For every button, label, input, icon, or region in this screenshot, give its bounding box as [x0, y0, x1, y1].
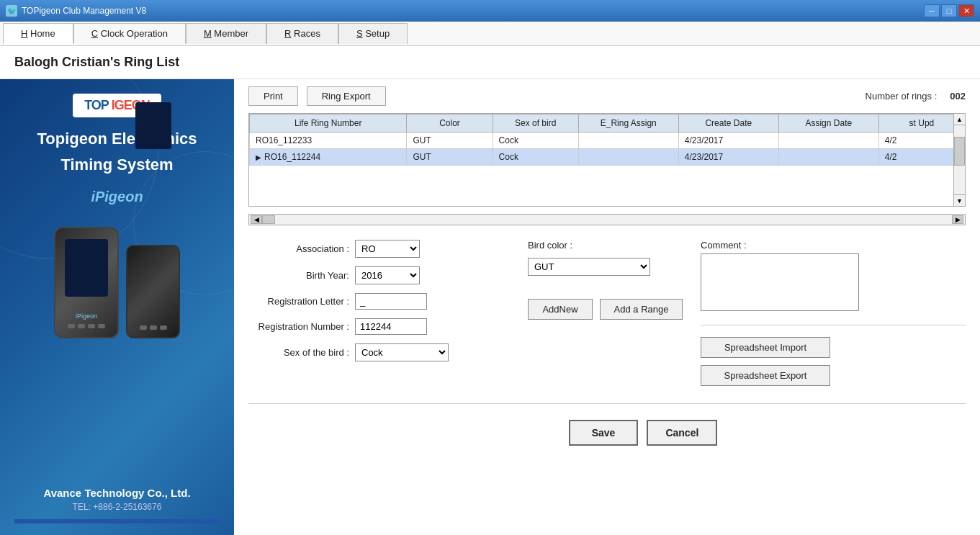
- save-button[interactable]: Save: [569, 420, 639, 446]
- col-color: Color: [407, 114, 493, 132]
- cell-create: 4/23/2017: [678, 132, 778, 149]
- title-bar: 🐦 TOPigeon Club Management V8 ─ □ ✕: [0, 0, 980, 22]
- toolbar-row: Print Ring Export Number of rings : 002: [248, 86, 966, 106]
- rings-count: 002: [950, 91, 966, 102]
- col-life-ring: Life Ring Number: [250, 114, 407, 132]
- spreadsheet-import-button[interactable]: Spreadsheet Import: [701, 337, 830, 358]
- spreadsheet-export-button[interactable]: Spreadsheet Export: [701, 365, 830, 386]
- bottom-divider: [248, 403, 966, 404]
- col-upd: st Upd: [878, 114, 964, 132]
- cell-life-ring: RO16_112233: [250, 132, 407, 149]
- ring-table: Life Ring Number Color Sex of bird E_Rin…: [249, 114, 965, 166]
- col-create: Create Date: [678, 114, 778, 132]
- birth-year-select[interactable]: 2016: [355, 266, 420, 284]
- device-large: iPigeon: [54, 227, 119, 338]
- device-small: [126, 245, 180, 338]
- main-area: TOP IGEON Topigeon Electronics Timing Sy…: [0, 79, 980, 535]
- action-buttons: AddNew Add a Range: [528, 299, 686, 320]
- page-title: Balogh Cristian's Ring List: [0, 46, 980, 79]
- col-assign: Assign Date: [778, 114, 878, 132]
- company-tel: TEL: +886-2-25163676: [73, 502, 162, 512]
- sex-row: Sex of the bird : Cock Hen Unknown: [248, 343, 513, 361]
- association-row: Association : RO: [248, 240, 513, 258]
- spreadsheet-buttons: Spreadsheet Import Spreadsheet Export: [701, 337, 966, 386]
- tab-member[interactable]: M Member: [186, 23, 266, 44]
- ipigeon-label: iPigeon: [91, 189, 143, 205]
- reg-letter-input[interactable]: [355, 293, 427, 310]
- cell-upd: 4/2: [878, 149, 964, 166]
- form-area: Association : RO Birth Year: 2016 Regist…: [248, 233, 966, 393]
- h-scrollbar[interactable]: ◀ ▶: [248, 214, 966, 225]
- cell-sex: Cock: [493, 132, 578, 149]
- cell-life-ring: RO16_112244: [250, 149, 407, 166]
- cell-ering: [578, 149, 678, 166]
- print-button[interactable]: Print: [248, 86, 298, 106]
- association-label: Association :: [248, 243, 349, 254]
- bird-color-label: Bird color :: [528, 240, 572, 251]
- sex-select[interactable]: Cock Hen Unknown: [355, 343, 449, 361]
- cell-color: GUT: [407, 149, 493, 166]
- cancel-button[interactable]: Cancel: [647, 420, 717, 446]
- association-select[interactable]: RO: [355, 240, 420, 258]
- menu-bar: H Home C Clock Operation M Member R Race…: [0, 22, 980, 46]
- cell-color: GUT: [407, 132, 493, 149]
- rings-label: Number of rings :: [866, 91, 938, 102]
- add-range-button[interactable]: Add a Range: [600, 299, 683, 320]
- reg-letter-label: Registration Letter :: [248, 296, 349, 307]
- app-icon: 🐦: [6, 5, 17, 17]
- logo-top: TOP: [84, 98, 109, 113]
- brand-title: Topigeon Electronics: [37, 129, 197, 150]
- tab-setup[interactable]: S Setup: [338, 23, 408, 44]
- tab-clock[interactable]: C Clock Operation: [73, 23, 186, 44]
- comment-label: Comment :: [701, 240, 966, 251]
- cell-ering: [578, 132, 678, 149]
- table-header-row: Life Ring Number Color Sex of bird E_Rin…: [250, 114, 965, 132]
- reg-number-row: Registration Number :: [248, 318, 513, 335]
- close-button[interactable]: ✕: [958, 4, 974, 17]
- company-bar: [14, 519, 220, 523]
- bird-color-section: Bird color : GUT BLU RED: [528, 240, 686, 276]
- comment-section: Comment :: [701, 240, 966, 313]
- window-controls: ─ □ ✕: [924, 4, 974, 17]
- reg-number-label: Registration Number :: [248, 321, 349, 332]
- app-title: TOPigeon Club Management V8: [22, 6, 146, 16]
- tab-races[interactable]: R Races: [266, 23, 338, 44]
- reg-number-input[interactable]: [355, 318, 427, 335]
- company-name: Avance Technology Co., Ltd.: [43, 487, 190, 499]
- col-sex: Sex of bird: [493, 114, 578, 132]
- cell-upd: 4/2: [878, 132, 964, 149]
- right-panel: Print Ring Export Number of rings : 002: [234, 79, 980, 535]
- ring-export-button[interactable]: Ring Export: [307, 86, 386, 106]
- table-scrollbar[interactable]: ▲ ▼: [953, 114, 965, 206]
- birth-year-label: Birth Year:: [248, 270, 349, 281]
- page-content: Balogh Cristian's Ring List TOP IGEON To…: [0, 46, 980, 535]
- maximize-button[interactable]: □: [941, 4, 957, 17]
- table-row[interactable]: RO16_112233 GUT Cock 4/23/2017 4/2: [250, 132, 965, 149]
- brand-subtitle: Timing System: [60, 156, 173, 174]
- cell-assign: [778, 132, 878, 149]
- addnew-row: AddNew Add a Range: [528, 299, 686, 320]
- left-panel: TOP IGEON Topigeon Electronics Timing Sy…: [0, 79, 234, 535]
- minimize-button[interactable]: ─: [924, 4, 940, 17]
- form-right: Comment : Spreadsheet Import Spreadsheet…: [701, 240, 966, 386]
- form-middle: Bird color : GUT BLU RED AddNew Add a Ra…: [528, 240, 686, 386]
- col-ering: E_Ring Assign: [578, 114, 678, 132]
- birth-year-row: Birth Year: 2016: [248, 266, 513, 284]
- divider: [701, 325, 966, 325]
- devices-illustration: iPigeon: [54, 227, 180, 338]
- reg-letter-row: Registration Letter :: [248, 293, 513, 310]
- cell-create: 4/23/2017: [678, 149, 778, 166]
- ring-table-container: Life Ring Number Color Sex of bird E_Rin…: [248, 113, 966, 207]
- tab-home[interactable]: H Home: [3, 23, 73, 44]
- table-row[interactable]: RO16_112244 GUT Cock 4/23/2017 4/2: [250, 149, 965, 166]
- bird-color-select[interactable]: GUT BLU RED: [528, 258, 650, 276]
- save-cancel-row: Save Cancel: [320, 414, 966, 451]
- bird-color-row: Bird color :: [528, 240, 686, 251]
- comment-textarea[interactable]: [701, 253, 859, 311]
- addnew-button[interactable]: AddNew: [528, 299, 593, 320]
- sex-label: Sex of the bird :: [248, 347, 349, 358]
- cell-assign: [778, 149, 878, 166]
- form-left: Association : RO Birth Year: 2016 Regist…: [248, 240, 513, 386]
- cell-sex: Cock: [493, 149, 578, 166]
